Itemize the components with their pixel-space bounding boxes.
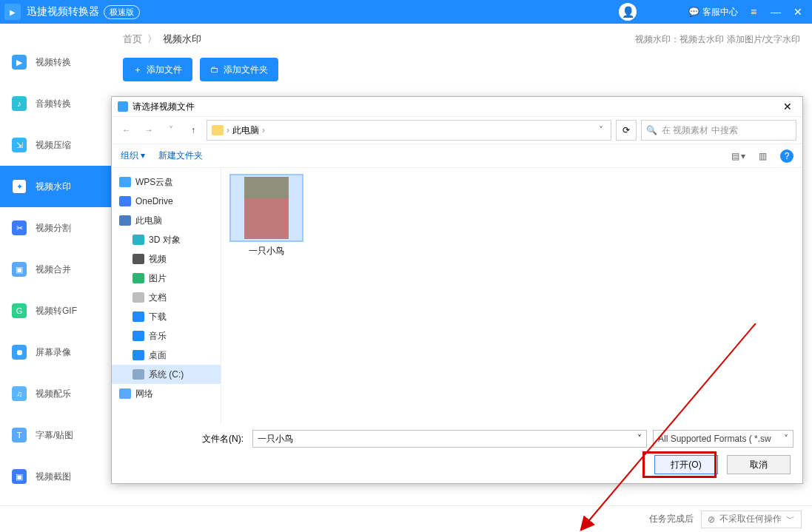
add-folder-label: 添加文件夹: [224, 64, 268, 76]
tree-item[interactable]: 桌面: [112, 346, 221, 365]
filename-input[interactable]: 一只小鸟 ˅: [252, 430, 647, 448]
app-titlebar: 迅捷视频转换器 极速版 👤 💬 客服中心 ≡ — ✕: [0, 0, 812, 24]
open-button[interactable]: 打开(O): [654, 455, 718, 474]
dialog-close-icon[interactable]: ✕: [779, 101, 796, 112]
path-segment[interactable]: 此电脑: [232, 124, 259, 137]
sidebar-item-audio-convert[interactable]: ♪音频转换: [0, 83, 111, 124]
tree-item-label: 系统 (C:): [149, 368, 184, 381]
sidebar-item-subtitle[interactable]: T字幕/贴图: [0, 414, 111, 456]
refresh-icon: ⟳: [623, 125, 630, 135]
tree-item[interactable]: 下载: [112, 307, 221, 326]
tree-item[interactable]: WPS云盘: [112, 172, 221, 192]
tree-item-icon: [132, 273, 144, 283]
sidebar-item-video-gif[interactable]: G视频转GIF: [0, 290, 111, 331]
tree-item-label: 图片: [149, 272, 167, 285]
menu-icon[interactable]: ≡: [747, 6, 760, 18]
task-done-dropdown[interactable]: ⊘ 不采取任何操作 ﹀: [701, 511, 802, 528]
sidebar: ▶视频转换 ♪音频转换 ⇲视频压缩 ✦视频水印 ✂视频分割 ▣视频合并 G视频转…: [0, 24, 111, 505]
refresh-button[interactable]: ⟳: [616, 120, 637, 141]
chevron-down-icon: ﹀: [786, 513, 795, 525]
preview-pane-button[interactable]: ▥: [759, 151, 767, 161]
search-icon: 🔍: [646, 125, 657, 135]
filetype-filter[interactable]: All Supported Formats ( *.sw ˅: [653, 430, 793, 448]
task-done-value: 不采取任何操作: [719, 513, 782, 525]
add-file-button[interactable]: ＋添加文件: [123, 58, 192, 81]
address-bar[interactable]: › 此电脑 › ˅: [207, 120, 611, 141]
tree-item[interactable]: 音乐: [112, 326, 221, 346]
app-logo-icon: [4, 4, 21, 20]
chat-icon: 💬: [688, 7, 699, 17]
tree-item[interactable]: 文档: [112, 288, 221, 307]
sidebar-item-video-bgm[interactable]: ♫视频配乐: [0, 373, 111, 414]
sidebar-item-video-merge[interactable]: ▣视频合并: [0, 249, 111, 290]
dialog-title: 请选择视频文件: [132, 101, 195, 113]
breadcrumb-home[interactable]: 首页: [123, 33, 142, 44]
breadcrumb-current: 视频水印: [163, 33, 201, 44]
tree-item-label: 音乐: [149, 330, 167, 343]
subtitle-icon: T: [12, 428, 27, 442]
close-icon[interactable]: ✕: [791, 6, 805, 18]
sidebar-item-video-compress[interactable]: ⇲视频压缩: [0, 124, 111, 166]
chevron-down-icon[interactable]: ˅: [637, 434, 642, 444]
filename-label: 文件名(N):: [121, 433, 246, 445]
chevron-down-icon[interactable]: ˅: [596, 125, 606, 135]
sidebar-label: 视频截图: [36, 471, 71, 483]
forbid-icon: ⊘: [708, 514, 715, 525]
sidebar-label: 视频水印: [36, 181, 71, 193]
tree-item-icon: [119, 196, 131, 206]
chevron-down-icon: ▾: [141, 150, 145, 161]
organize-button[interactable]: 组织 ▾: [121, 149, 145, 162]
view-mode-button[interactable]: ▤ ▾: [731, 151, 745, 161]
dialog-titlebar: 请选择视频文件 ✕: [112, 97, 802, 116]
minimize-icon[interactable]: —: [769, 6, 782, 18]
user-avatar-icon[interactable]: 👤: [619, 3, 637, 21]
tree-item[interactable]: 系统 (C:): [112, 365, 221, 384]
video-watermark-icon: ✦: [12, 179, 27, 194]
nav-back-icon[interactable]: ←: [118, 121, 135, 139]
tree-item-label: 3D 对象: [149, 234, 181, 246]
file-item[interactable]: 一只小鸟: [229, 174, 304, 257]
help-center-label: 客服中心: [702, 6, 738, 18]
app-version-badge: 极速版: [104, 5, 140, 19]
tree-item-icon: [119, 215, 131, 226]
sidebar-item-video-watermark[interactable]: ✦视频水印: [0, 166, 111, 207]
tree-item[interactable]: OneDrive: [112, 192, 221, 211]
task-done-label: 任务完成后: [649, 513, 694, 525]
dialog-app-icon: [118, 101, 128, 112]
sidebar-label: 字幕/贴图: [36, 429, 73, 442]
new-folder-button[interactable]: 新建文件夹: [158, 149, 203, 162]
tree-item[interactable]: 3D 对象: [112, 230, 221, 249]
sidebar-item-video-split[interactable]: ✂视频分割: [0, 207, 111, 249]
screen-record-icon: ⏺: [12, 345, 27, 360]
help-icon[interactable]: ?: [780, 149, 793, 163]
sidebar-item-video-convert[interactable]: ▶视频转换: [0, 41, 111, 83]
tree-item-icon: [132, 235, 144, 245]
chevron-down-icon: ˅: [784, 434, 788, 444]
video-gif-icon: G: [12, 303, 27, 318]
tree-item-icon: [119, 388, 131, 399]
help-center-button[interactable]: 💬 客服中心: [688, 6, 738, 18]
sidebar-item-video-snap[interactable]: ▣视频截图: [0, 456, 111, 497]
add-file-label: 添加文件: [147, 64, 182, 76]
tree-item[interactable]: 此电脑: [112, 211, 221, 230]
nav-up-icon[interactable]: ↑: [184, 121, 202, 139]
breadcrumb: 首页 〉 视频水印 视频水印：视频去水印 添加图片/文字水印: [123, 24, 800, 55]
filter-value: All Supported Formats ( *.sw: [658, 434, 771, 444]
tree-item[interactable]: 图片: [112, 269, 221, 288]
sidebar-label: 音频转换: [36, 98, 71, 110]
tree-item-icon: [132, 350, 144, 360]
cancel-button[interactable]: 取消: [727, 455, 791, 474]
tree-item[interactable]: 视频: [112, 249, 221, 269]
file-area[interactable]: 一只小鸟: [221, 168, 802, 424]
tree-item[interactable]: 网络: [112, 384, 221, 403]
video-bgm-icon: ♫: [12, 386, 27, 401]
dialog-path-row: ← → ˅ ↑ › 此电脑 › ˅ ⟳ 🔍 在 视频素材 中搜索: [112, 116, 802, 144]
open-button-label: 打开(O): [671, 459, 701, 471]
sidebar-label: 视频转GIF: [36, 305, 77, 317]
sidebar-item-screen-record[interactable]: ⏺屏幕录像: [0, 331, 111, 373]
video-split-icon: ✂: [12, 220, 27, 235]
recent-dropdown-icon[interactable]: ˅: [162, 121, 180, 139]
add-folder-button[interactable]: 🗀添加文件夹: [200, 58, 278, 81]
search-input[interactable]: 🔍 在 视频素材 中搜索: [641, 120, 796, 141]
tree-item-icon: [132, 254, 144, 264]
